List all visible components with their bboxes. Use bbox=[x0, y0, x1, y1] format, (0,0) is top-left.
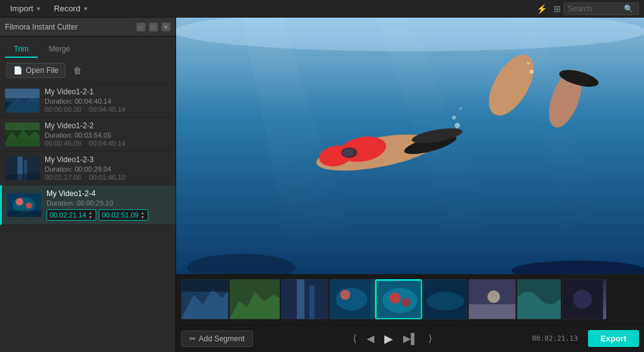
svg-point-32 bbox=[455, 123, 460, 128]
tab-merge[interactable]: Merge bbox=[40, 41, 79, 58]
start-time-down[interactable]: ▼ bbox=[87, 215, 93, 219]
svg-rect-47 bbox=[297, 279, 304, 319]
film-clip-active[interactable] bbox=[375, 279, 422, 319]
svg-rect-48 bbox=[309, 285, 314, 319]
list-item[interactable]: My Video1-2-3 Duration: 00:00:29.04 00:0… bbox=[0, 151, 175, 185]
minimize-btn[interactable]: – bbox=[136, 23, 145, 31]
top-bar: Import ▼ Record ▼ ⚡ ⊞ 🔍 bbox=[0, 0, 644, 18]
left-panel: Filmora Instant Cutter – □ ✕ Trim Merge … bbox=[0, 18, 176, 352]
video-info: My Video1-2-2 Duration: 00:03:54.05 00:0… bbox=[45, 121, 170, 147]
open-file-label: Open File bbox=[26, 66, 58, 75]
list-item[interactable]: My Video1-2-1 Duration: 00:04:40.14 00:0… bbox=[0, 84, 175, 118]
film-clip[interactable] bbox=[330, 279, 374, 319]
end-time-down[interactable]: ▼ bbox=[140, 215, 145, 219]
transport-controls: ⟨ ◀ ▶ ▶▌ ⟩ bbox=[350, 329, 434, 348]
scissors-icon: ✂ bbox=[189, 334, 196, 343]
grid-icon[interactable]: ⊞ bbox=[553, 4, 561, 14]
svg-rect-63 bbox=[469, 304, 516, 319]
export-button[interactable]: Export bbox=[588, 330, 639, 347]
film-clip[interactable] bbox=[230, 279, 280, 319]
svg-point-57 bbox=[402, 298, 411, 307]
svg-point-14 bbox=[16, 198, 23, 206]
open-file-button[interactable]: 📄 Open File bbox=[6, 63, 65, 78]
svg-point-31 bbox=[343, 148, 353, 157]
video-name: My Video1-2-3 bbox=[45, 155, 170, 164]
delete-button[interactable]: 🗑 bbox=[70, 63, 84, 78]
record-chevron-icon: ▼ bbox=[83, 6, 89, 12]
video-duration: Duration: 00:00:29.10 bbox=[47, 199, 170, 207]
video-thumbnail bbox=[7, 193, 42, 217]
svg-rect-3 bbox=[5, 89, 40, 98]
video-info: My Video1-2-4 Duration: 00:00:29.10 00:0… bbox=[47, 189, 170, 221]
play-button[interactable]: ▶ bbox=[382, 329, 396, 348]
start-time-input[interactable]: 00:02:21.14 ▲ ▼ bbox=[47, 209, 96, 221]
svg-rect-46 bbox=[281, 279, 328, 319]
tab-trim[interactable]: Trim bbox=[5, 41, 38, 58]
record-menu[interactable]: Record ▼ bbox=[49, 3, 94, 14]
search-icon[interactable]: 🔍 bbox=[624, 4, 633, 13]
restore-btn[interactable]: □ bbox=[149, 23, 158, 31]
panel-tabs: Trim Merge bbox=[0, 36, 175, 58]
svg-point-51 bbox=[336, 288, 367, 311]
video-thumbnail bbox=[5, 157, 40, 180]
film-clip[interactable] bbox=[517, 279, 561, 319]
film-clip[interactable] bbox=[281, 279, 328, 319]
video-name: My Video1-2-2 bbox=[45, 121, 170, 130]
video-info: My Video1-2-1 Duration: 00:04:40.14 00:0… bbox=[45, 87, 170, 113]
video-range: 00:01:17.06 00:01:46.10 bbox=[45, 173, 170, 181]
search-box: 🔍 bbox=[564, 3, 639, 15]
add-segment-button[interactable]: ✂ Add Segment bbox=[181, 331, 253, 347]
video-name: My Video1-2-1 bbox=[45, 87, 170, 96]
import-chevron-icon: ▼ bbox=[36, 6, 42, 12]
add-segment-label: Add Segment bbox=[199, 334, 245, 343]
film-clip[interactable] bbox=[469, 279, 516, 319]
svg-point-15 bbox=[26, 202, 32, 209]
go-end-button[interactable]: ⟩ bbox=[426, 330, 435, 347]
svg-point-60 bbox=[426, 292, 464, 311]
filmstrip-area bbox=[176, 274, 644, 324]
search-input[interactable] bbox=[568, 4, 621, 13]
video-info: My Video1-2-3 Duration: 00:00:29.04 00:0… bbox=[45, 155, 170, 181]
go-start-button[interactable]: ⟨ bbox=[350, 330, 359, 347]
filter-icon[interactable]: ⚡ bbox=[536, 4, 547, 14]
playhead-marker bbox=[395, 279, 402, 282]
svg-point-64 bbox=[487, 290, 500, 303]
end-time-up[interactable]: ▲ bbox=[140, 211, 145, 215]
list-item[interactable]: My Video1-2-4 Duration: 00:00:29.10 00:0… bbox=[0, 185, 175, 225]
active-time-row: 00:02:21.14 ▲ ▼ 00:02:51.09 ▲ ▼ bbox=[47, 209, 170, 221]
file-icon: 📄 bbox=[13, 66, 23, 75]
end-time-input[interactable]: 00:02:51.09 ▲ ▼ bbox=[99, 209, 148, 221]
import-label: Import bbox=[10, 4, 33, 13]
film-clip[interactable] bbox=[181, 279, 228, 319]
svg-point-69 bbox=[573, 290, 592, 309]
right-panel: ✂ Add Segment ⟨ ◀ ▶ ▶▌ ⟩ 00:02:21.13 Exp… bbox=[176, 18, 644, 352]
bottom-controls: ✂ Add Segment ⟨ ◀ ▶ ▶▌ ⟩ 00:02:21.13 Exp… bbox=[176, 324, 644, 352]
panel-titlebar: Filmora Instant Cutter – □ ✕ bbox=[0, 18, 175, 36]
step-back-button[interactable]: ◀ bbox=[364, 330, 377, 347]
filmstrip-container bbox=[176, 279, 644, 319]
panel-title: Filmora Instant Cutter bbox=[5, 23, 77, 31]
svg-rect-7 bbox=[5, 123, 40, 130]
svg-point-33 bbox=[452, 116, 456, 119]
import-menu[interactable]: Import ▼ bbox=[5, 3, 47, 14]
film-clip[interactable] bbox=[562, 279, 606, 319]
end-time-value: 00:02:51.09 bbox=[102, 211, 138, 219]
svg-point-52 bbox=[340, 290, 350, 300]
video-range: 00:00:00.00 00:04:40.14 bbox=[45, 106, 170, 113]
video-list: My Video1-2-1 Duration: 00:04:40.14 00:0… bbox=[0, 84, 175, 352]
video-duration: Duration: 00:00:29.04 bbox=[45, 165, 170, 173]
video-thumbnail bbox=[5, 89, 40, 113]
step-forward-button[interactable]: ▶▌ bbox=[401, 330, 420, 347]
video-thumbnail bbox=[5, 123, 40, 146]
main-area: Filmora Instant Cutter – □ ✕ Trim Merge … bbox=[0, 18, 644, 352]
video-duration: Duration: 00:04:40.14 bbox=[45, 97, 170, 105]
film-clip[interactable] bbox=[423, 279, 467, 319]
list-item[interactable]: My Video1-2-2 Duration: 00:03:54.05 00:0… bbox=[0, 118, 175, 151]
video-preview bbox=[176, 18, 644, 274]
svg-point-36 bbox=[527, 62, 530, 65]
start-time-up[interactable]: ▲ bbox=[87, 211, 93, 215]
svg-rect-41 bbox=[181, 279, 228, 292]
start-time-value: 00:02:21.14 bbox=[50, 211, 86, 219]
close-btn[interactable]: ✕ bbox=[162, 23, 170, 31]
panel-toolbar: 📄 Open File 🗑 bbox=[0, 58, 175, 84]
